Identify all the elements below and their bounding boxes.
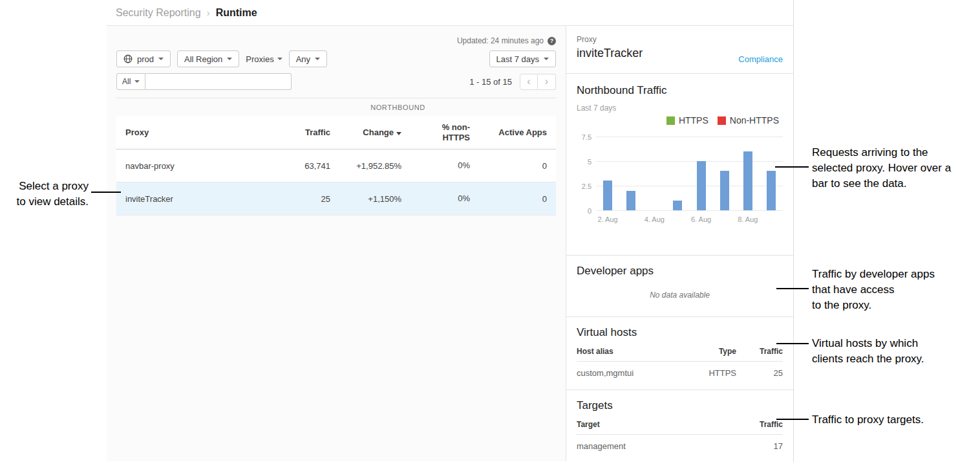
filter-toolbar: prod All Region Proxies Any Last 7 bbox=[116, 50, 556, 67]
chart-bar[interactable] bbox=[603, 181, 612, 210]
help-icon[interactable]: ? bbox=[548, 37, 556, 45]
chart-x-tick-label: 8. Aug bbox=[738, 215, 758, 223]
legend-item-non-https: Non-HTTPS bbox=[718, 115, 779, 126]
region-dropdown-label: All Region bbox=[184, 54, 222, 64]
virtual-hosts-title: Virtual hosts bbox=[577, 317, 783, 339]
prev-page-button[interactable]: ‹ bbox=[520, 74, 538, 90]
virtual-hosts-section: Virtual hosts Host alias Type Traffic cu… bbox=[566, 317, 793, 390]
date-range-dropdown[interactable]: Last 7 days bbox=[489, 50, 557, 67]
sort-descending-icon bbox=[396, 132, 401, 135]
chart-bar[interactable] bbox=[697, 161, 706, 210]
developer-apps-title: Developer apps bbox=[577, 256, 783, 278]
virtual-host-row: custom,mgmtui HTTPS 25 bbox=[577, 362, 783, 378]
breadcrumb: Security Reporting › Runtime bbox=[107, 0, 793, 26]
chevron-down-icon bbox=[227, 58, 232, 60]
chart-bar[interactable] bbox=[626, 191, 635, 210]
chart-gridline bbox=[596, 210, 783, 211]
column-header-change[interactable]: Change bbox=[330, 127, 401, 137]
column-header-traffic: Traffic bbox=[736, 347, 783, 356]
any-dropdown[interactable]: Any bbox=[289, 50, 327, 67]
chevron-down-icon bbox=[315, 58, 320, 60]
chart-bar[interactable] bbox=[673, 201, 682, 210]
cell-non-https: 0% bbox=[401, 193, 470, 204]
column-header-change-label: Change bbox=[363, 127, 394, 137]
chevron-left-icon: ‹ bbox=[527, 76, 530, 87]
any-dropdown-label: Any bbox=[296, 54, 310, 64]
legend-item-https: HTTPS bbox=[666, 115, 708, 126]
compliance-link[interactable]: Compliance bbox=[738, 54, 783, 64]
next-page-button[interactable]: › bbox=[538, 74, 556, 90]
column-header-proxy[interactable]: Proxy bbox=[116, 127, 240, 137]
column-header-target: Target bbox=[577, 420, 736, 429]
callout-northbound-traffic: Requests arriving to the selected proxy.… bbox=[812, 145, 980, 192]
pagination: 1 - 15 of 15 ‹ › bbox=[469, 74, 556, 90]
column-header-host-alias: Host alias bbox=[577, 347, 691, 356]
northbound-traffic-section: Northbound Traffic Last 7 days HTTPS Non… bbox=[566, 74, 793, 256]
chevron-down-icon bbox=[158, 58, 164, 60]
northbound-traffic-chart: 02.557.5 2. Aug4. Aug6. Aug8. Aug bbox=[577, 137, 783, 227]
proxies-dropdown-label: Proxies bbox=[246, 54, 273, 64]
callout-developer-apps: Traffic by developer apps that have acce… bbox=[812, 267, 980, 313]
breadcrumb-runtime: Runtime bbox=[216, 7, 257, 19]
column-header-non-https[interactable]: % non- HTTPS bbox=[401, 122, 470, 143]
developer-apps-section: Developer apps No data available bbox=[566, 256, 793, 317]
legend-https-swatch-icon bbox=[666, 116, 675, 125]
target-row: management 17 bbox=[577, 435, 783, 451]
targets-title: Targets bbox=[577, 390, 783, 412]
proxy-table: NORTHBOUND Proxy Traffic Change % non- H… bbox=[116, 98, 556, 215]
cell-active-apps: 0 bbox=[470, 194, 547, 204]
search-input[interactable] bbox=[145, 73, 292, 90]
callout-line bbox=[776, 343, 809, 344]
chart-y-tick-label: 5 bbox=[588, 158, 591, 166]
legend-non-https-label: Non-HTTPS bbox=[730, 115, 779, 126]
developer-apps-empty-state: No data available bbox=[577, 291, 783, 300]
cell-type: HTTPS bbox=[691, 368, 736, 378]
cell-host-alias: custom,mgmtui bbox=[577, 368, 691, 378]
chevron-down-icon bbox=[544, 58, 549, 60]
chart-gridline bbox=[596, 137, 783, 137]
chart-x-tick-label: 2. Aug bbox=[597, 215, 617, 223]
table-header-row: Proxy Traffic Change % non- HTTPS Active… bbox=[116, 116, 556, 149]
chart-x-tick-label: 6. Aug bbox=[691, 215, 711, 223]
chart-subtitle: Last 7 days bbox=[577, 104, 783, 113]
search-scope-label: All bbox=[122, 77, 131, 86]
proxy-details-panel: Proxy inviteTracker Compliance Northboun… bbox=[566, 26, 793, 461]
chart-bar[interactable] bbox=[743, 151, 752, 210]
chart-bar[interactable] bbox=[767, 171, 776, 210]
proxies-dropdown[interactable]: Proxies bbox=[246, 54, 282, 64]
chart-bar[interactable] bbox=[720, 171, 729, 210]
cell-traffic: 25 bbox=[736, 368, 783, 378]
security-reporting-app: Security Reporting › Runtime Updated: 24… bbox=[107, 0, 794, 462]
region-dropdown[interactable]: All Region bbox=[177, 50, 239, 67]
proxy-table-row[interactable]: navbar-proxy 63,741 +1,952.85% 0% 0 bbox=[116, 149, 556, 182]
chart-plot-area bbox=[596, 137, 783, 211]
cell-traffic: 25 bbox=[240, 194, 330, 204]
cell-non-https: 0% bbox=[401, 160, 470, 171]
chart-gridline bbox=[596, 186, 783, 186]
chart-x-tick-label: 4. Aug bbox=[644, 215, 665, 223]
updated-row: Updated: 24 minutes ago ? bbox=[116, 26, 556, 45]
legend-https-label: HTTPS bbox=[679, 115, 708, 126]
column-header-traffic[interactable]: Traffic bbox=[240, 127, 330, 137]
chevron-right-icon: › bbox=[545, 76, 548, 87]
cell-proxy-name: navbar-proxy bbox=[116, 161, 240, 171]
callout-line bbox=[775, 166, 809, 168]
chevron-down-icon bbox=[134, 80, 140, 83]
callout-line bbox=[776, 419, 809, 420]
search-toolbar: All 1 - 15 of 15 ‹ › bbox=[116, 73, 556, 90]
cell-change: +1,150% bbox=[330, 194, 401, 204]
proxy-table-row[interactable]: inviteTracker 25 +1,150% 0% 0 bbox=[116, 182, 556, 215]
search-scope-dropdown[interactable]: All bbox=[116, 73, 145, 90]
table-group-header-northbound: NORTHBOUND bbox=[240, 104, 556, 111]
northbound-traffic-title: Northbound Traffic bbox=[577, 74, 783, 97]
virtual-hosts-header-row: Host alias Type Traffic bbox=[577, 347, 783, 362]
chart-y-tick-label: 7.5 bbox=[582, 133, 591, 141]
environment-dropdown[interactable]: prod bbox=[116, 50, 171, 67]
chart-x-axis: 2. Aug4. Aug6. Aug8. Aug bbox=[596, 215, 783, 227]
table-group-header-row: NORTHBOUND bbox=[116, 98, 556, 116]
cell-traffic: 63,741 bbox=[240, 161, 330, 171]
cell-active-apps: 0 bbox=[470, 161, 547, 171]
breadcrumb-security-reporting[interactable]: Security Reporting bbox=[116, 7, 201, 19]
column-header-active-apps[interactable]: Active Apps bbox=[470, 127, 547, 137]
proxy-label: Proxy bbox=[577, 35, 783, 44]
